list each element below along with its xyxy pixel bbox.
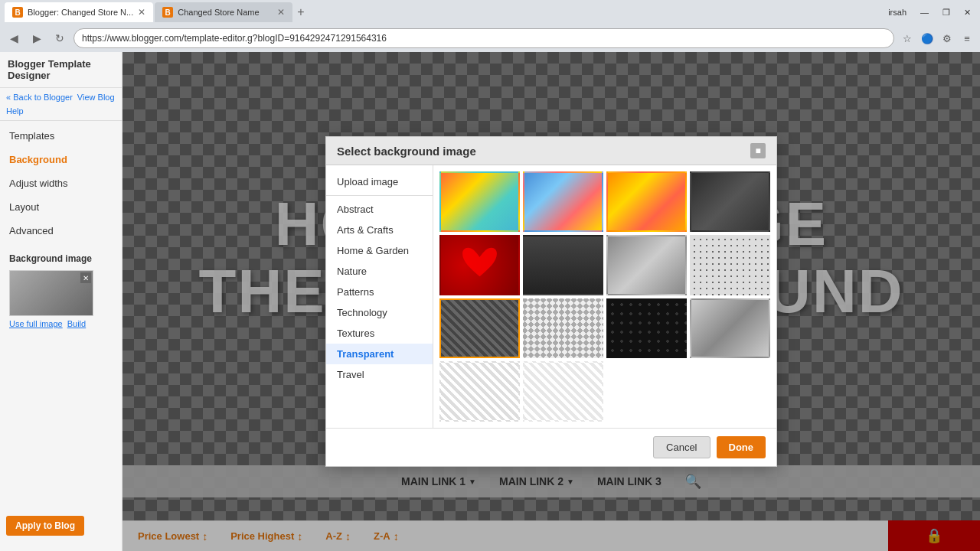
thumbnail-4[interactable] [690, 171, 770, 232]
extension-icon-1[interactable]: 🔵 [919, 30, 936, 47]
thumbnail-6[interactable] [523, 235, 603, 295]
tab-2-title: Changed Store Name [178, 8, 273, 17]
extension-icon-2[interactable]: ⚙ [939, 30, 956, 47]
main-layout: Blogger Template Designer « Back to Blog… [0, 52, 980, 551]
thumbnail-2[interactable] [523, 171, 603, 232]
window-controls: irsah — ❐ ✕ [884, 6, 975, 19]
thumbnail-9[interactable] [439, 298, 520, 359]
blog-background: HOW TO CHANGE THEME BACKGROUND IMAGE MAI… [122, 52, 980, 551]
category-arts-crafts[interactable]: Arts & Crafts [326, 220, 433, 240]
category-nature[interactable]: Nature [326, 261, 433, 282]
browser-titlebar: B Blogger: Changed Store N... ✕ B Change… [0, 0, 980, 24]
content-area: HOW TO CHANGE THEME BACKGROUND IMAGE MAI… [122, 52, 980, 551]
image-grid-area [433, 165, 776, 428]
close-button[interactable]: ✕ [959, 6, 975, 19]
bg-image-label: Background image [9, 253, 113, 264]
modal-header: Select background image ■ [326, 137, 776, 165]
tab-1[interactable]: B Blogger: Changed Store N... ✕ [5, 2, 153, 22]
done-button[interactable]: Done [717, 436, 766, 458]
app-title: Blogger Template Designer [0, 52, 122, 88]
minimize-button[interactable]: — [916, 6, 933, 18]
category-home-garden[interactable]: Home & Garden [326, 240, 433, 261]
thumbnail-7[interactable] [606, 235, 687, 295]
select-background-modal: Select background image ■ Upload image A… [325, 136, 777, 467]
designer-bg-section: Background image ✕ Use full image Build [0, 246, 122, 336]
help-link[interactable]: Help [6, 106, 24, 116]
thumbnail-1[interactable] [439, 171, 520, 232]
modal-title: Select background image [337, 145, 476, 158]
sidebar-item-background[interactable]: Background [0, 148, 122, 171]
sidebar-item-advanced[interactable]: Advanced [0, 219, 122, 243]
bookmark-icon[interactable]: ☆ [899, 30, 916, 47]
thumbnail-12[interactable] [690, 298, 770, 359]
category-technology[interactable]: Technology [326, 302, 433, 323]
category-upload[interactable]: Upload image [326, 171, 433, 192]
tab-2[interactable]: B Changed Store Name ✕ [155, 2, 292, 22]
sidebar-item-layout[interactable]: Layout [0, 195, 122, 219]
category-abstract[interactable]: Abstract [326, 199, 433, 220]
bg-full-link[interactable]: Use full image [9, 319, 63, 328]
browser-chrome: B Blogger: Changed Store N... ✕ B Change… [0, 0, 980, 52]
category-transparent[interactable]: Transparent [326, 344, 433, 364]
tab-2-favicon: B [162, 7, 173, 18]
thumbnail-13[interactable] [439, 361, 520, 422]
browser-toolbar: ◀ ▶ ↻ https://www.blogger.com/template-e… [0, 24, 980, 52]
category-list: Upload image Abstract Arts & Crafts Home… [326, 165, 433, 428]
thumbnail-11[interactable] [606, 298, 687, 359]
sidebar-item-templates[interactable]: Templates [0, 124, 122, 148]
address-bar[interactable]: https://www.blogger.com/template-editor.… [74, 28, 894, 48]
forward-button[interactable]: ▶ [28, 29, 46, 47]
view-blog-link[interactable]: View Blog [77, 93, 115, 102]
toolbar-icons: ☆ 🔵 ⚙ ≡ [899, 30, 975, 47]
sidebar: Blogger Template Designer « Back to Blog… [0, 52, 122, 551]
tab-1-favicon: B [12, 7, 23, 18]
user-label: irsah [884, 6, 911, 18]
maximize-button[interactable]: ❐ [938, 6, 955, 19]
image-grid [439, 171, 770, 422]
back-button[interactable]: ◀ [5, 29, 23, 47]
category-travel[interactable]: Travel [326, 364, 433, 385]
tab-1-title: Blogger: Changed Store N... [28, 8, 133, 17]
cancel-button[interactable]: Cancel [653, 436, 710, 458]
modal-footer: Cancel Done [326, 428, 776, 466]
category-patterns[interactable]: Patterns [326, 282, 433, 302]
sidebar-item-adjust-widths[interactable]: Adjust widths [0, 171, 122, 195]
tab-2-close[interactable]: ✕ [277, 7, 285, 18]
modal-close-button[interactable]: ■ [750, 143, 766, 158]
modal-overlay: Select background image ■ Upload image A… [122, 52, 980, 551]
apply-blog-button[interactable]: Apply to Blog [6, 516, 84, 536]
reload-button[interactable]: ↻ [51, 29, 69, 47]
bg-image-preview: ✕ [9, 270, 93, 316]
thumbnail-14[interactable] [523, 361, 603, 422]
bg-image-remove[interactable]: ✕ [80, 272, 91, 283]
new-tab-button[interactable]: + [297, 5, 304, 19]
extension-icon-3[interactable]: ≡ [959, 30, 975, 47]
category-textures[interactable]: Textures [326, 323, 433, 344]
thumbnail-5[interactable] [439, 235, 520, 295]
thumbnail-8[interactable] [690, 235, 770, 295]
back-to-blogger[interactable]: « Back to Blogger [6, 93, 73, 102]
bg-build-link[interactable]: Build [67, 319, 86, 328]
modal-body: Upload image Abstract Arts & Crafts Home… [326, 165, 776, 428]
tab-1-close[interactable]: ✕ [138, 7, 145, 18]
thumbnail-10[interactable] [523, 298, 603, 359]
thumbnail-3[interactable] [606, 171, 687, 232]
address-text: https://www.blogger.com/template-editor.… [82, 33, 886, 44]
